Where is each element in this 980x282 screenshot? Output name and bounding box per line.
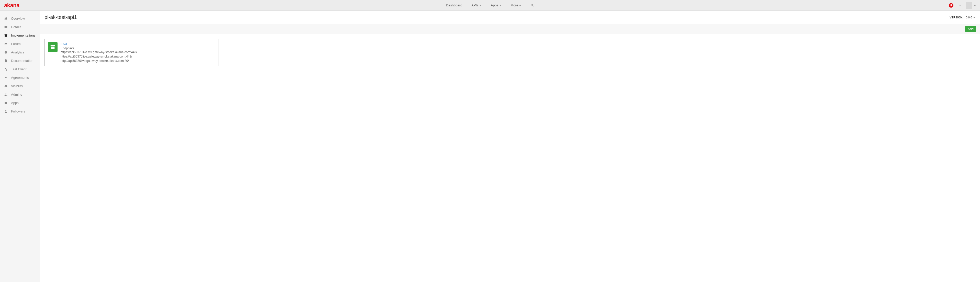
add-button[interactable]: Add [965, 26, 976, 32]
implementation-subtitle: Endpoints [60, 46, 215, 50]
brand-text: akana [4, 2, 19, 9]
implementation-endpoint: https://api56370live.gateway-smoke.akana… [60, 54, 215, 59]
chevron-down-icon [974, 5, 976, 6]
sidebar-item-apps[interactable]: Apps [0, 99, 40, 107]
version-value: 0.0.0 [966, 16, 975, 19]
sidebar-item-label: Analytics [11, 50, 24, 54]
sidebar-item-label: Visibility [11, 84, 23, 88]
search-icon [530, 3, 534, 7]
implementation-body: Live Endpoints https://api56370live.mtl.… [60, 42, 215, 63]
page-title: pi-ak-test-api1 [45, 14, 77, 20]
nav-apis-label: APIs [471, 3, 478, 7]
notification-count: 5 [950, 4, 952, 7]
chevron-down-icon [519, 5, 521, 6]
wrench-icon [4, 76, 8, 80]
users-icon [4, 93, 8, 96]
topbar-right: 5 𝄐 [877, 2, 976, 9]
nav-apis[interactable]: APIs [471, 3, 481, 7]
nav-apps-label: Apps [491, 3, 498, 7]
sidebar-item-label: Forum [11, 42, 21, 46]
chat-icon [4, 42, 8, 46]
action-bar: Add [40, 24, 980, 34]
gauge-icon [4, 51, 8, 54]
top-nav: Dashboard APIs Apps More [446, 3, 534, 7]
sidebar-item-label: Overview [11, 17, 25, 21]
sidebar-item-visibility[interactable]: Visibility [0, 82, 40, 90]
grid-icon [4, 101, 8, 105]
implementation-endpoint: http://api56370live.gateway-smoke.akana.… [60, 59, 215, 63]
brand-logo[interactable]: akana [4, 2, 19, 9]
sidebar-item-label: Admins [11, 92, 22, 96]
sidebar-item-analytics[interactable]: Analytics [0, 48, 40, 56]
sidebar-item-label: Agreements [11, 76, 29, 80]
notification-badge[interactable]: 5 [949, 3, 953, 8]
binoculars-icon [4, 17, 8, 21]
content-area: pi-ak-test-api1 VERSION: 0.0.0 Add Live … [40, 11, 980, 282]
chevron-down-icon [500, 5, 501, 6]
sidebar-item-admins[interactable]: Admins [0, 90, 40, 99]
sidebar: Overview Details Implementations Forum A… [0, 11, 40, 282]
user-menu[interactable] [966, 2, 976, 9]
nav-more[interactable]: More [511, 3, 522, 7]
archive-icon [48, 42, 57, 52]
sidebar-item-implementations[interactable]: Implementations [0, 31, 40, 40]
sidebar-item-agreements[interactable]: Agreements [0, 73, 40, 82]
nav-dashboard[interactable]: Dashboard [446, 3, 462, 7]
sidebar-item-label: Followers [11, 110, 25, 113]
avatar [966, 2, 972, 9]
sidebar-item-details[interactable]: Details [0, 23, 40, 31]
topbar: akana Dashboard APIs Apps More 5 𝄐 [0, 0, 980, 11]
nav-dashboard-label: Dashboard [446, 3, 462, 7]
user-icon [4, 110, 8, 113]
sidebar-item-documentation[interactable]: Documentation [0, 56, 40, 65]
search-button[interactable] [530, 3, 534, 7]
sidebar-item-test-client[interactable]: Test Client [0, 65, 40, 73]
sidebar-item-followers[interactable]: Followers [0, 107, 40, 116]
main-wrap: Overview Details Implementations Forum A… [0, 11, 980, 282]
box-icon [4, 34, 8, 37]
bell-icon[interactable]: 𝄐 [959, 3, 961, 7]
nav-apps[interactable]: Apps [491, 3, 501, 7]
sidebar-item-label: Documentation [11, 59, 33, 63]
eye-icon [4, 84, 8, 88]
chevron-down-icon [479, 5, 482, 6]
implementation-title[interactable]: Live [60, 42, 215, 46]
implementation-endpoint: https://api56370live.mtl.gateway-smoke.a… [60, 50, 215, 54]
implementation-card[interactable]: Live Endpoints https://api56370live.mtl.… [45, 39, 218, 66]
monitor-icon [4, 25, 8, 29]
version-number: 0.0.0 [966, 16, 972, 19]
sidebar-item-label: Apps [11, 101, 19, 105]
document-icon [4, 59, 8, 63]
sidebar-item-overview[interactable]: Overview [0, 14, 40, 23]
gears-icon [4, 67, 8, 71]
text-cursor [877, 3, 877, 8]
content-body: Live Endpoints https://api56370live.mtl.… [40, 34, 980, 71]
sidebar-item-label: Test Client [11, 67, 27, 71]
caret-down-icon [973, 17, 975, 18]
version-selector[interactable]: VERSION: 0.0.0 [950, 16, 975, 19]
version-label: VERSION: [950, 16, 963, 19]
sidebar-item-label: Implementations [11, 33, 35, 37]
sidebar-item-label: Details [11, 25, 21, 29]
sidebar-item-forum[interactable]: Forum [0, 40, 40, 48]
nav-more-label: More [511, 3, 519, 7]
page-header: pi-ak-test-api1 VERSION: 0.0.0 [40, 11, 980, 24]
